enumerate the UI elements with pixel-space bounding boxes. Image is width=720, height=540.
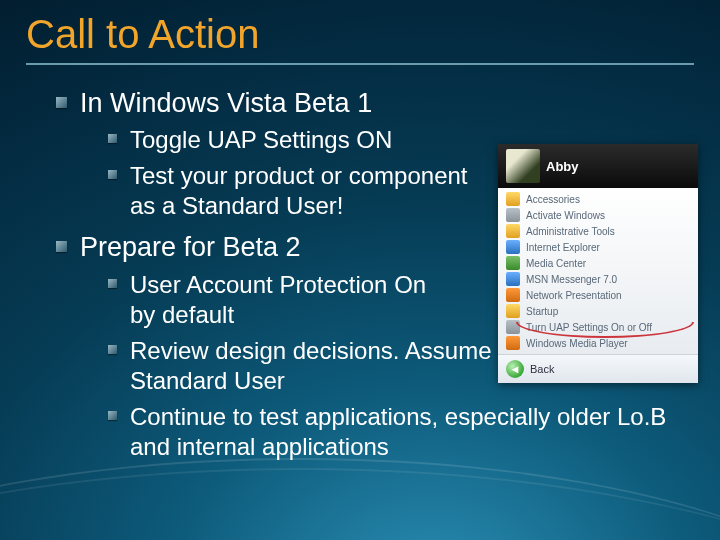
media-player-icon <box>506 336 520 350</box>
start-menu-list: Accessories Activate Windows Administrat… <box>498 188 698 354</box>
back-button[interactable]: ◄ Back <box>498 354 698 383</box>
menu-item-media-center[interactable]: Media Center <box>498 255 698 271</box>
menu-item-admin-tools[interactable]: Administrative Tools <box>498 223 698 239</box>
sub-bullet-item: Continue to test applications, especiall… <box>108 402 690 462</box>
messenger-icon <box>506 272 520 286</box>
menu-item-activate-windows[interactable]: Activate Windows <box>498 207 698 223</box>
presentation-icon <box>506 288 520 302</box>
shield-icon <box>506 320 520 334</box>
slide-title: Call to Action <box>26 12 694 57</box>
menu-item-startup[interactable]: Startup <box>498 303 698 319</box>
bullet-text: Prepare for Beta 2 <box>80 232 301 262</box>
ie-icon <box>506 240 520 254</box>
slide: Call to Action In Windows Vista Beta 1 T… <box>0 0 720 540</box>
sub-bullet-item: Toggle UAP Settings ON <box>108 125 490 155</box>
folder-icon <box>506 224 520 238</box>
start-menu-header: Abby <box>498 144 698 188</box>
bullet-text: In Windows Vista Beta 1 <box>80 88 372 118</box>
menu-item-internet-explorer[interactable]: Internet Explorer <box>498 239 698 255</box>
back-label: Back <box>530 363 554 375</box>
media-center-icon <box>506 256 520 270</box>
avatar <box>506 149 540 183</box>
start-menu-inset: Abby Accessories Activate Windows Admini… <box>498 144 698 383</box>
sub-bullet-item: User Account Protection On by default <box>108 270 430 330</box>
windows-icon <box>506 208 520 222</box>
menu-item-turn-uap[interactable]: Turn UAP Settings On or Off <box>498 319 698 335</box>
back-arrow-icon: ◄ <box>506 360 524 378</box>
menu-item-accessories[interactable]: Accessories <box>498 191 698 207</box>
menu-item-network-presentation[interactable]: Network Presentation <box>498 287 698 303</box>
folder-icon <box>506 304 520 318</box>
menu-item-msn-messenger[interactable]: MSN Messenger 7.0 <box>498 271 698 287</box>
user-name: Abby <box>546 159 579 174</box>
folder-icon <box>506 192 520 206</box>
sub-bullet-item: Test your product or component as a Stan… <box>108 161 490 221</box>
title-underline <box>26 63 694 65</box>
